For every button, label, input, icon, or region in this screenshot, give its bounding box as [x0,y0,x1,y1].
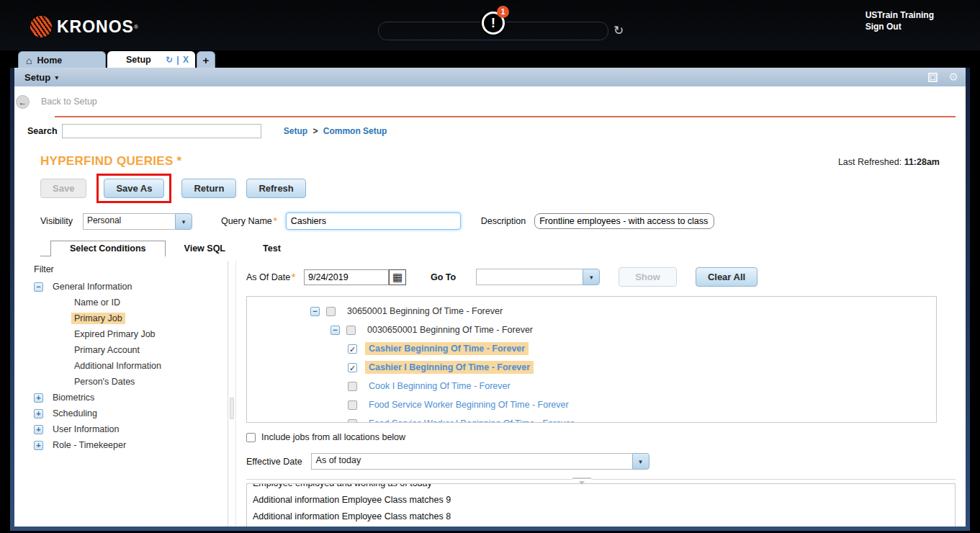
location-tree-row: −30650001 Beginning Of Time - Forever [247,302,936,321]
last-refreshed: Last Refreshed: 11:28am [838,157,940,167]
location-label[interactable]: Cook I Beginning Of Time - Forever [365,380,514,393]
gear-icon[interactable]: ⚙ [949,71,958,84]
filter-tree-item: Primary Job [71,310,228,326]
filter-tree-item-label[interactable]: Scheduling [50,408,100,419]
expand-toggle-icon[interactable]: + [34,441,43,450]
user-name: USTrain Training [866,9,934,21]
effective-date-dropdown[interactable]: As of today ▾ [302,453,649,470]
back-to-setup-link[interactable]: Back to Setup [41,97,97,107]
filter-tree-item-label[interactable]: Role - Timekeeper [50,439,129,451]
search-input[interactable] [62,124,261,138]
location-label[interactable]: Cashier I Beginning Of Time - Forever [365,361,534,374]
refresh-button[interactable]: Refresh [246,179,305,198]
return-button[interactable]: Return [181,179,236,198]
effective-date-value: As of today [311,453,632,470]
location-checkbox[interactable]: ✓ [348,363,357,372]
clear-all-button[interactable]: Clear All [696,267,758,287]
condition-row[interactable]: Additional information Employee Class ma… [253,525,949,527]
collapse-toggle-icon[interactable]: − [310,307,320,316]
tab-setup-label: Setup [126,55,151,65]
show-button[interactable]: Show [619,267,677,287]
effective-date-dropdown-arrow-icon[interactable]: ▾ [632,453,649,470]
tray-refresh-icon[interactable]: ↻ [613,23,624,37]
popout-icon[interactable] [928,73,938,82]
as-of-date-input[interactable] [304,269,389,285]
horizontal-splitter-grip[interactable] [572,478,591,483]
breadcrumb-setup[interactable]: Setup [284,126,307,136]
location-label[interactable]: Cashier Beginning Of Time - Forever [365,342,529,355]
filter-tree-item: −General Information [34,279,228,295]
pane-splitter[interactable] [228,261,236,527]
go-to-dropdown[interactable]: ▾ [466,269,600,285]
filter-tree-item-label[interactable]: User Information [50,424,122,435]
filter-tree-item-label[interactable]: General Information [50,281,135,292]
visibility-value: Personal [83,213,175,230]
filter-tree-item: +Role - Timekeeper [34,437,228,453]
location-tree-row: ✓Cashier Beginning Of Time - Forever [247,339,936,358]
location-tree-row: Cook I Beginning Of Time - Forever [247,377,936,395]
filter-tree-item-label[interactable]: Person's Dates [71,376,138,388]
new-tab-button[interactable]: + [197,51,215,68]
calendar-icon[interactable]: ▦ [389,269,406,285]
location-tree-box: −30650001 Beginning Of Time - Forever−00… [246,296,937,423]
horizontal-splitter[interactable] [246,479,956,483]
condition-row[interactable]: Additional information Employee Class ma… [253,509,949,525]
tab-select-conditions[interactable]: Select Conditions [50,241,166,256]
filter-tree-item-label[interactable]: Primary Job [71,313,125,324]
condition-row[interactable]: Additional information Employee Class ma… [253,492,949,509]
tab-home[interactable]: ⌂ Home [18,51,106,68]
tab-view-sql[interactable]: View SQL [166,241,244,256]
save-as-button[interactable]: Save As [104,179,164,198]
filter-tree-item-label[interactable]: Additional Information [71,360,164,372]
expand-toggle-icon[interactable]: + [34,393,43,403]
location-checkbox[interactable] [348,419,357,424]
applied-conditions-list: Employee employed and working as of toda… [246,483,956,527]
location-tree-row: Food Service Worker Beginning Of Time - … [247,395,936,414]
go-to-dropdown-arrow-icon[interactable]: ▾ [583,269,600,285]
registered-mark: ® [134,24,138,30]
filter-tree-item: +User Information [34,421,228,437]
filter-tree-item-label[interactable]: Expired Primary Job [71,328,158,340]
filter-tree-item-label[interactable]: Biometrics [50,392,97,403]
tab-test[interactable]: Test [244,241,300,256]
location-label[interactable]: 30650001 Beginning Of Time - Forever [343,305,506,318]
conditions-panel: As Of Date * ▦ Go To ▾ Show Clear All −3… [236,261,966,527]
workspace-title[interactable]: Setup [24,72,50,83]
location-label[interactable]: Food Service Worker I Beginning Of Time … [365,417,577,423]
query-name-label: Query Name [221,216,272,226]
tab-refresh-icon[interactable]: ↻ [166,55,174,65]
include-jobs-checkbox[interactable] [246,433,256,442]
breadcrumb-common-setup[interactable]: Common Setup [323,126,387,136]
expand-toggle-icon[interactable]: + [34,409,43,418]
filter-tree-item-label[interactable]: Primary Account [71,344,143,356]
kronos-logo[interactable]: KRONOS ® [30,16,138,37]
workspace-caret-icon[interactable]: ▾ [55,73,58,81]
location-label[interactable]: Food Service Worker Beginning Of Time - … [365,398,572,411]
back-arrow-icon[interactable]: ← [16,95,30,109]
splitter-grip[interactable] [230,398,234,419]
sign-out-link[interactable]: Sign Out [866,21,934,32]
visibility-dropdown[interactable]: Personal ▾ [83,213,192,230]
collapse-toggle-icon[interactable]: − [34,282,43,292]
location-checkbox[interactable] [348,382,357,391]
visibility-dropdown-arrow-icon[interactable]: ▾ [175,213,192,230]
location-label[interactable]: 0030650001 Beginning Of Time - Forever [364,323,536,336]
filter-tree-item-label[interactable]: Name or ID [71,297,123,308]
expand-toggle-icon[interactable]: + [34,425,43,434]
collapse-toggle-icon[interactable]: − [331,326,340,335]
tab-close-icon[interactable]: X [183,55,189,65]
go-to-value [476,269,583,285]
condition-row[interactable]: Employee employed and working as of toda… [253,483,949,492]
breadcrumb-separator: > [313,126,318,136]
filter-panel: Filter −General InformationName or IDPri… [14,261,228,527]
location-checkbox[interactable] [348,400,357,410]
location-checkbox[interactable]: ✓ [348,344,357,354]
query-name-input[interactable] [286,212,461,230]
location-checkbox[interactable] [346,326,356,335]
description-input[interactable] [534,213,714,229]
filter-tree: −General InformationName or IDPrimary Jo… [34,279,228,453]
save-button[interactable]: Save [40,179,86,198]
filter-label: Filter [34,264,228,274]
tab-setup[interactable]: Setup ↻ | X [107,51,195,68]
location-checkbox[interactable] [326,307,336,316]
